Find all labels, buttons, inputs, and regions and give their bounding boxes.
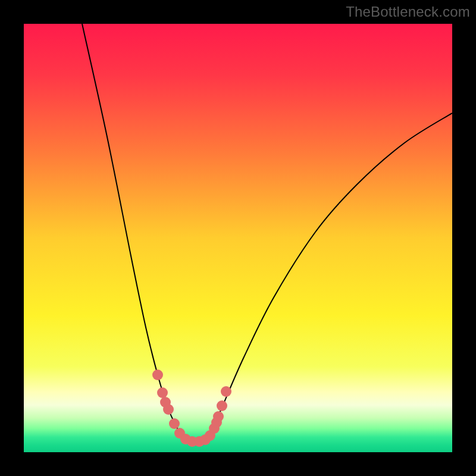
chart-svg (24, 24, 452, 452)
scatter-dot (213, 411, 224, 422)
scatter-dot (157, 387, 168, 398)
watermark-text: TheBottleneck.com (346, 4, 470, 20)
chart-frame: TheBottleneck.com (0, 0, 476, 476)
scatter-dot (169, 418, 180, 429)
scatter-dot (221, 386, 231, 397)
scatter-dot (217, 400, 227, 411)
plot-area (24, 24, 452, 452)
gradient-background (24, 24, 452, 452)
scatter-dot (163, 404, 174, 415)
scatter-dot (152, 369, 163, 380)
